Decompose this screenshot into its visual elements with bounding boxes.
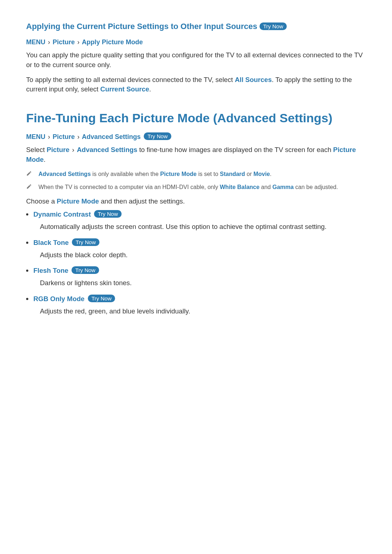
section1-p2: To apply the setting to all external dev…	[26, 75, 366, 95]
try-now-badge[interactable]: Try Now	[72, 238, 99, 246]
manual-page: Applying the Current Picture Settings to…	[0, 0, 392, 345]
term: Advanced Settings	[38, 171, 91, 177]
text: can be adjusted.	[294, 184, 338, 190]
feature-item: Dynamic Contrast Try NowAutomatically ad…	[33, 210, 366, 232]
chevron-right-icon: ›	[77, 38, 80, 46]
note-icon	[26, 171, 32, 178]
feature-item: RGB Only Mode Try NowAdjusts the red, gr…	[33, 295, 366, 316]
chevron-right-icon: ›	[77, 133, 80, 140]
text: is only available when the	[91, 171, 160, 177]
all-sources-label: All Sources	[235, 76, 272, 83]
text: Select	[26, 146, 47, 153]
section1-title-text: Applying the Current Picture Settings to…	[26, 22, 257, 31]
text: .	[270, 171, 271, 177]
feature-title: Flesh Tone Try Now	[33, 266, 366, 275]
text: to fine-tune how images are displayed on…	[137, 146, 333, 153]
feature-desc: Darkens or lightens skin tones.	[40, 278, 366, 288]
term: Picture Mode	[160, 171, 196, 177]
choose-line: Choose a Picture Mode and then adjust th…	[26, 197, 366, 206]
chevron-right-icon: ›	[71, 146, 75, 153]
section1-p1: You can apply the picture quality settin…	[26, 50, 366, 70]
feature-title: Black Tone Try Now	[33, 238, 366, 247]
feature-title: Dynamic Contrast Try Now	[33, 210, 366, 218]
feature-name: Black Tone	[33, 239, 69, 246]
text: and then adjust the settings.	[99, 197, 185, 205]
text: is set to	[197, 171, 220, 177]
breadcrumb: MENU › Picture › Advanced Settings Try N…	[26, 132, 366, 141]
feature-name: Dynamic Contrast	[33, 210, 91, 218]
crumb-picture[interactable]: Picture	[53, 38, 75, 46]
breadcrumb: MENU › Picture › Apply Picture Mode	[26, 38, 366, 46]
feature-desc: Adjusts the black color depth.	[40, 250, 366, 260]
term: Movie	[253, 171, 270, 177]
pencil-icon	[26, 171, 32, 176]
feature-name: RGB Only Mode	[33, 295, 85, 303]
chevron-right-icon: ›	[47, 133, 51, 140]
note-item: When the TV is connected to a computer v…	[26, 183, 366, 192]
feature-desc: Adjusts the red, green, and blue levels …	[40, 307, 366, 316]
try-now-badge[interactable]: Try Now	[260, 22, 287, 30]
try-now-badge[interactable]: Try Now	[94, 210, 121, 218]
crumb-apply-picture-mode[interactable]: Apply Picture Mode	[82, 38, 143, 46]
term: Gamma	[272, 184, 294, 190]
section1-heading: Applying the Current Picture Settings to…	[26, 22, 366, 31]
notes-list: Advanced Settings is only available when…	[26, 170, 366, 192]
try-now-badge[interactable]: Try Now	[88, 295, 115, 302]
feature-item: Black Tone Try NowAdjusts the black colo…	[33, 238, 366, 260]
text: or	[245, 171, 253, 177]
crumb-picture[interactable]: Picture	[53, 133, 75, 140]
feature-list: Dynamic Contrast Try NowAutomatically ad…	[26, 210, 366, 316]
chevron-right-icon: ›	[47, 38, 51, 46]
crumb-advanced-settings[interactable]: Advanced Settings	[82, 133, 140, 140]
text: To apply the setting to all external dev…	[26, 76, 235, 83]
feature-desc: Automatically adjusts the screen contras…	[40, 222, 366, 232]
text: When the TV is connected to a computer v…	[38, 184, 220, 190]
note-text: Advanced Settings is only available when…	[38, 170, 271, 178]
picture-mode-label: Picture Mode	[57, 197, 99, 205]
term: White Balance	[220, 184, 260, 190]
advanced-settings-label: Advanced Settings	[77, 146, 138, 153]
crumb-menu[interactable]: MENU	[26, 38, 45, 46]
try-now-badge[interactable]: Try Now	[72, 266, 99, 274]
feature-item: Flesh Tone Try NowDarkens or lightens sk…	[33, 266, 366, 288]
text: .	[44, 156, 45, 163]
picture-label: Picture	[47, 146, 70, 153]
try-now-badge[interactable]: Try Now	[144, 132, 171, 140]
current-source-label: Current Source	[100, 85, 149, 93]
pencil-icon	[26, 184, 32, 189]
section2-intro: Select Picture › Advanced Settings to fi…	[26, 145, 366, 165]
feature-title: RGB Only Mode Try Now	[33, 295, 366, 303]
crumb-menu[interactable]: MENU	[26, 133, 45, 140]
text: Choose a	[26, 197, 57, 205]
text: and	[260, 184, 273, 190]
note-icon	[26, 184, 32, 191]
text: .	[149, 85, 151, 93]
note-text: When the TV is connected to a computer v…	[38, 183, 338, 192]
section2-title: Fine-Tuning Each Picture Mode (Advanced …	[26, 111, 366, 125]
feature-name: Flesh Tone	[33, 267, 68, 274]
note-item: Advanced Settings is only available when…	[26, 170, 366, 178]
term: Standard	[220, 171, 245, 177]
